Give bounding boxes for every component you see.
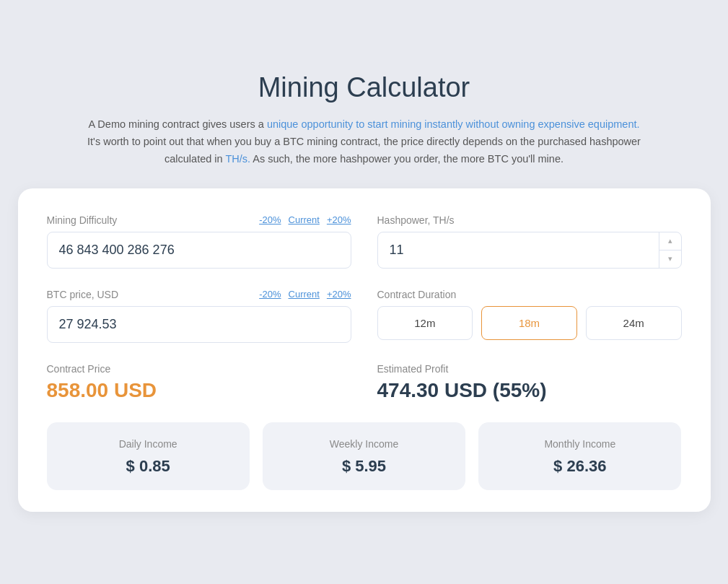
- btc-price-group: BTC price, USD -20% Current +20%: [47, 289, 351, 343]
- btc-price-plus20[interactable]: +20%: [327, 289, 351, 300]
- mining-difficulty-input-wrapper: [47, 232, 351, 269]
- btc-price-minus20[interactable]: -20%: [259, 289, 281, 300]
- page-description: A Demo mining contract gives users a uni…: [83, 116, 646, 168]
- duration-12m-button[interactable]: 12m: [377, 306, 473, 340]
- monthly-income-card: Monthly Income $ 26.36: [478, 422, 681, 490]
- weekly-income-card: Weekly Income $ 5.95: [263, 422, 465, 490]
- estimated-profit-label: Estimated Profit: [377, 363, 682, 375]
- highlight-text-1: unique opportunity to start mining insta…: [267, 118, 640, 130]
- contract-price-value: 858.00 USD: [47, 379, 351, 402]
- contract-duration-group: Contract Duration 12m 18m 24m: [377, 289, 682, 343]
- mining-difficulty-current[interactable]: Current: [289, 214, 320, 225]
- btc-price-input-wrapper: [47, 306, 351, 343]
- contract-price-group: Contract Price 858.00 USD: [47, 363, 351, 402]
- mining-difficulty-minus20[interactable]: -20%: [259, 214, 281, 225]
- fields-row-2: BTC price, USD -20% Current +20% Contrac…: [47, 289, 682, 343]
- contract-duration-label-row: Contract Duration: [377, 289, 682, 300]
- duration-18m-button[interactable]: 18m: [481, 306, 577, 340]
- weekly-income-label: Weekly Income: [274, 438, 454, 450]
- btc-price-modifiers: -20% Current +20%: [259, 289, 351, 300]
- estimated-profit-group: Estimated Profit 474.30 USD (55%): [377, 363, 682, 402]
- btc-price-current[interactable]: Current: [289, 289, 320, 300]
- hashpower-label: Hashpower, TH/s: [377, 214, 455, 226]
- mining-difficulty-label-row: Mining Difficulty -20% Current +20%: [47, 214, 351, 226]
- hashpower-input-wrapper: ▴ ▾: [377, 232, 682, 269]
- btc-price-input[interactable]: [48, 307, 351, 342]
- hashpower-decrement-button[interactable]: ▾: [659, 250, 681, 268]
- monthly-income-label: Monthly Income: [490, 438, 670, 450]
- highlight-text-2: TH/s.: [225, 153, 250, 165]
- contract-price-label: Contract Price: [47, 363, 351, 375]
- contract-duration-buttons: 12m 18m 24m: [377, 306, 682, 340]
- btc-price-label: BTC price, USD: [47, 289, 119, 300]
- contract-duration-label: Contract Duration: [377, 289, 457, 300]
- hashpower-label-row: Hashpower, TH/s: [377, 214, 682, 226]
- calculator-card: Mining Difficulty -20% Current +20% Hash…: [18, 188, 711, 512]
- page-title: Mining Calculator: [18, 72, 711, 103]
- hashpower-input[interactable]: [378, 232, 659, 268]
- income-cards-row: Daily Income $ 0.85 Weekly Income $ 5.95…: [47, 422, 682, 490]
- mining-difficulty-label: Mining Difficulty: [47, 214, 118, 226]
- fields-row-1: Mining Difficulty -20% Current +20% Hash…: [47, 214, 682, 269]
- summary-row: Contract Price 858.00 USD Estimated Prof…: [47, 363, 682, 402]
- btc-price-label-row: BTC price, USD -20% Current +20%: [47, 289, 351, 300]
- hashpower-spinner: ▴ ▾: [659, 232, 681, 268]
- mining-difficulty-group: Mining Difficulty -20% Current +20%: [47, 214, 351, 269]
- weekly-income-value: $ 5.95: [274, 457, 454, 476]
- hashpower-increment-button[interactable]: ▴: [659, 232, 681, 250]
- mining-difficulty-input[interactable]: [48, 232, 351, 268]
- page-container: Mining Calculator A Demo mining contract…: [18, 72, 711, 512]
- duration-24m-button[interactable]: 24m: [586, 306, 682, 340]
- daily-income-value: $ 0.85: [58, 457, 238, 476]
- daily-income-label: Daily Income: [58, 438, 238, 450]
- hashpower-group: Hashpower, TH/s ▴ ▾: [377, 214, 682, 269]
- daily-income-card: Daily Income $ 0.85: [47, 422, 250, 490]
- mining-difficulty-modifiers: -20% Current +20%: [259, 214, 351, 225]
- monthly-income-value: $ 26.36: [490, 457, 670, 476]
- estimated-profit-value: 474.30 USD (55%): [377, 379, 682, 402]
- mining-difficulty-plus20[interactable]: +20%: [327, 214, 351, 225]
